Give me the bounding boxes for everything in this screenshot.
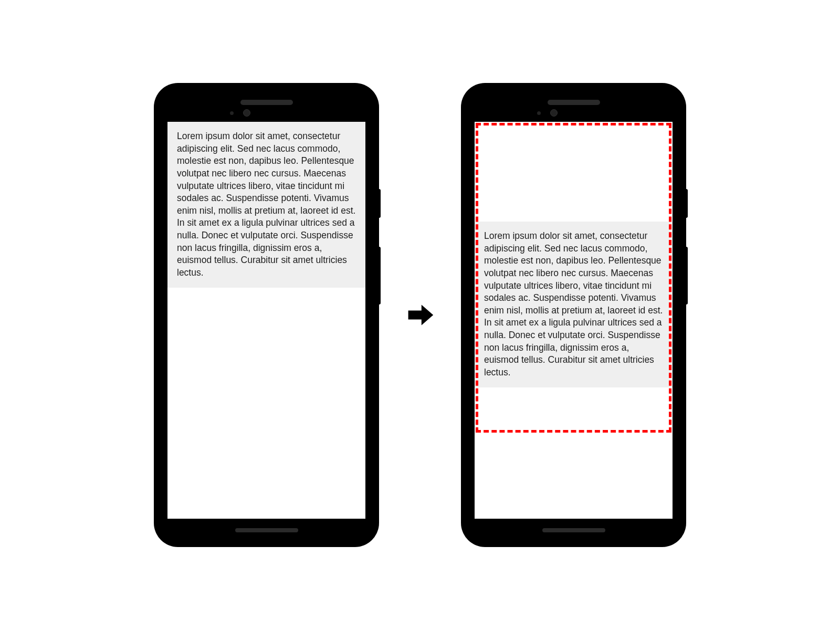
- phone-speaker: [240, 100, 293, 105]
- svg-marker-0: [408, 304, 434, 325]
- phone-side-button: [378, 189, 381, 218]
- blank-region: [475, 122, 673, 222]
- phone-screen-right: Lorem ipsum dolor sit amet, consectetur …: [475, 122, 673, 519]
- phone-mockup-left: Lorem ipsum dolor sit amet, consectetur …: [155, 84, 378, 546]
- phone-side-button: [378, 247, 381, 304]
- arrow-right-icon: [399, 300, 441, 330]
- lorem-text-block: Lorem ipsum dolor sit amet, consectetur …: [167, 122, 365, 288]
- phone-screen-left: Lorem ipsum dolor sit amet, consectetur …: [167, 122, 365, 519]
- phone-speaker: [548, 100, 600, 105]
- phone-camera: [243, 109, 250, 117]
- phone-side-button: [685, 189, 688, 218]
- phone-sensor: [230, 111, 234, 115]
- phone-sensor: [537, 111, 541, 115]
- phone-bottom-speaker: [542, 528, 605, 532]
- lorem-text-block: Lorem ipsum dolor sit amet, consectetur …: [475, 222, 673, 387]
- phone-mockup-right: Lorem ipsum dolor sit amet, consectetur …: [462, 84, 685, 546]
- phone-camera: [550, 109, 558, 117]
- phone-side-button: [685, 247, 688, 304]
- phone-bottom-speaker: [235, 528, 298, 532]
